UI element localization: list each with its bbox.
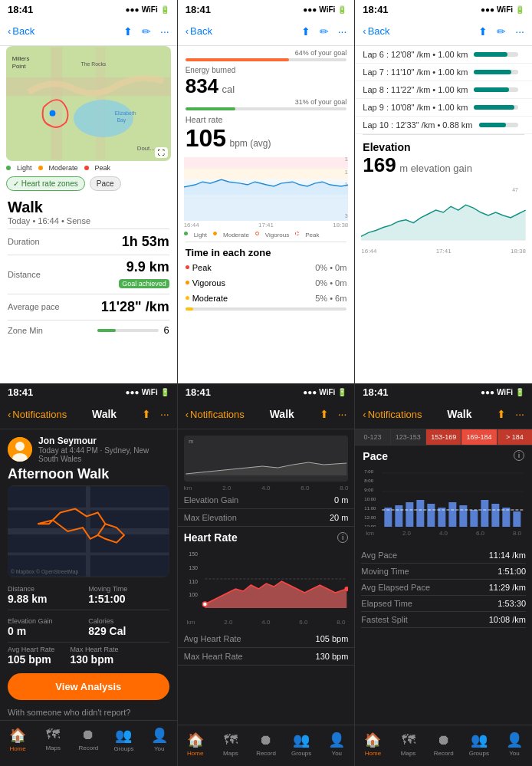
share-icon-3[interactable]: ⬆ <box>478 25 488 38</box>
tab-maps-6[interactable]: 🗺 Maps <box>390 732 425 757</box>
edit-icon-1[interactable]: ✏ <box>142 25 151 38</box>
tab-home-5[interactable]: 🏠 Home <box>178 731 213 757</box>
hr-tab-169-184-label: 169-184 <box>466 433 491 441</box>
zonemin-label: Zone Min <box>8 326 43 335</box>
zone-legend: Light Moderate Vigorous Peak <box>178 228 355 242</box>
user-info: Jon Seymour Today at 4:44 PM · Sydney, N… <box>38 436 169 463</box>
back-button-5[interactable]: ‹ Notifications <box>186 409 245 420</box>
goal-pct-1: 64% of your goal <box>186 49 347 57</box>
hr-km-8: 8.0 <box>337 619 345 626</box>
svg-rect-73 <box>503 508 511 527</box>
svg-point-29 <box>15 442 25 451</box>
record-icon-4: ⏺ <box>81 727 95 743</box>
tab-maps-4[interactable]: 🗺 Maps <box>35 727 71 751</box>
nav-bar-6: ‹ Notifications Walk ⬆ ··· <box>355 400 532 429</box>
pace-value: 11'28" /km <box>101 299 169 315</box>
share-icon-6[interactable]: ⬆ <box>497 408 506 420</box>
map-zoom-btn[interactable]: ⛶ <box>155 147 168 158</box>
elevation-chart-dark: m <box>184 436 349 482</box>
duration-value: 1h 53m <box>122 234 169 250</box>
back-button-2[interactable]: ‹ Back <box>186 25 212 37</box>
share-icon-2[interactable]: ⬆ <box>301 25 310 38</box>
stats-grid: Distance 9.88 km Moving Time 1:51:00 <box>0 577 177 610</box>
more-icon-2[interactable]: ··· <box>338 25 347 38</box>
tab-maps-5[interactable]: 🗺 Maps <box>213 732 248 757</box>
tab-you-6[interactable]: 👤 You <box>497 731 532 757</box>
zone-buttons: ✓ Heart rate zones Pace <box>0 175 177 194</box>
share-icon-1[interactable]: ⬆ <box>123 25 133 38</box>
pace-km-4: 4.0 <box>439 530 448 537</box>
workout-subtitle: Today • 16:44 • Sense <box>0 216 177 228</box>
goal-bar-1 <box>186 58 347 61</box>
hr-tab-153-169[interactable]: 153-169 <box>426 429 461 445</box>
moving-time-pace-label: Moving Time <box>361 567 409 576</box>
moving-time-label: Moving Time <box>88 585 169 593</box>
tab-home-6[interactable]: 🏠 Home <box>355 731 390 757</box>
status-icons-4: ●●● WiFi 🔋 <box>126 388 169 396</box>
nav-bar-3: ‹ Back ⬆ ✏ ··· <box>355 17 532 46</box>
more-icon-4[interactable]: ··· <box>160 408 169 420</box>
back-button-4[interactable]: ‹ Notifications <box>8 409 67 420</box>
tab-record-6[interactable]: ⏺ Record <box>426 732 461 757</box>
wifi-icon-4: WiFi <box>142 388 158 396</box>
status-icons-1: ●●● WiFi 🔋 <box>126 5 169 14</box>
info-icon-pace[interactable]: i <box>514 450 524 461</box>
max-hr-stat-label: Max Heart Rate <box>184 652 243 661</box>
goal-bar-2 <box>186 107 347 110</box>
screen-elevation-hr: 18:41 ●●● WiFi 🔋 ‹ Notifications Walk ⬆ … <box>178 383 356 767</box>
svg-rect-13 <box>184 157 349 169</box>
hr-zones-button[interactable]: ✓ Heart rate zones <box>6 176 85 191</box>
svg-text:Point: Point <box>12 63 27 70</box>
edit-icon-2[interactable]: ✏ <box>320 25 329 38</box>
back-button-3[interactable]: ‹ Back <box>363 25 389 37</box>
hr-tab-169-184[interactable]: 169-184 <box>461 429 497 445</box>
km-label: km <box>184 485 192 491</box>
zone-moderate-label: Moderate <box>223 232 249 238</box>
elevation-chart-section: m km 2.0 4.0 6.0 8.0 <box>178 429 355 491</box>
more-icon-6[interactable]: ··· <box>515 408 524 420</box>
more-icon-3[interactable]: ··· <box>515 25 524 38</box>
back-chevron-5: ‹ <box>186 409 189 420</box>
tab-groups-6[interactable]: 👥 Groups <box>461 731 497 757</box>
svg-rect-71 <box>481 500 489 527</box>
svg-text:© Mapbox © OpenStreetMap: © Mapbox © OpenStreetMap <box>11 568 79 574</box>
svg-rect-68 <box>449 502 457 527</box>
tab-groups-5[interactable]: 👥 Groups <box>284 731 319 757</box>
share-icon-4[interactable]: ⬆ <box>142 408 151 420</box>
hr-tab-123-153[interactable]: 123-153 <box>391 429 426 445</box>
screen-hr-tabs-pace: 18:41 ●●● WiFi 🔋 ‹ Notifications Walk ⬆ … <box>355 383 532 767</box>
view-analysis-button[interactable]: View Analysis <box>8 673 169 700</box>
tab-you-5[interactable]: 👤 You <box>319 731 354 757</box>
pace-button[interactable]: Pace <box>90 176 121 191</box>
distance-row: Distance 9.9 km Goal achieved <box>0 255 177 294</box>
info-icon-hr[interactable]: i <box>337 532 348 543</box>
tab-you-4[interactable]: 👤 You <box>142 727 177 752</box>
more-icon-1[interactable]: ··· <box>160 25 169 38</box>
energy-unit: cal <box>222 84 235 95</box>
hr-km-label: km <box>187 619 195 626</box>
calories-label: Calories <box>88 617 169 625</box>
zonemin-fill <box>97 329 116 332</box>
tab-home-4[interactable]: 🏠 Home <box>0 727 35 752</box>
hr-tab-0-123[interactable]: 0-123 <box>355 429 390 445</box>
calories-stat: Calories 829 Cal <box>88 616 169 639</box>
wifi-icon-5: WiFi <box>319 388 335 396</box>
back-button-1[interactable]: ‹ Back <box>8 25 34 37</box>
fastest-split-value: 10:08 /km <box>489 615 526 624</box>
pace-km-2: 2.0 <box>402 530 411 537</box>
tab-record-5[interactable]: ⏺ Record <box>248 732 284 757</box>
hr-tab-184-plus[interactable]: > 184 <box>498 429 532 445</box>
elevation-value: 169 <box>363 153 396 176</box>
tab-record-4[interactable]: ⏺ Record <box>71 727 106 751</box>
more-icon-5[interactable]: ··· <box>338 408 347 420</box>
peak-zone-pct: 0% • 0m <box>315 263 346 272</box>
tab-groups-4[interactable]: 👥 Groups <box>106 727 141 752</box>
back-button-6[interactable]: ‹ Notifications <box>363 409 422 420</box>
maps-label-4: Maps <box>45 745 61 751</box>
pace-chart-svg: 7:00 8:00 9:00 10:00 11:00 12:00 13:00 1… <box>363 465 524 527</box>
notifications-label-6: Notifications <box>368 409 422 420</box>
share-icon-5[interactable]: ⬆ <box>320 408 329 420</box>
svg-marker-19 <box>184 179 349 221</box>
km-8: 8.0 <box>340 485 348 491</box>
edit-icon-3[interactable]: ✏ <box>497 25 506 38</box>
